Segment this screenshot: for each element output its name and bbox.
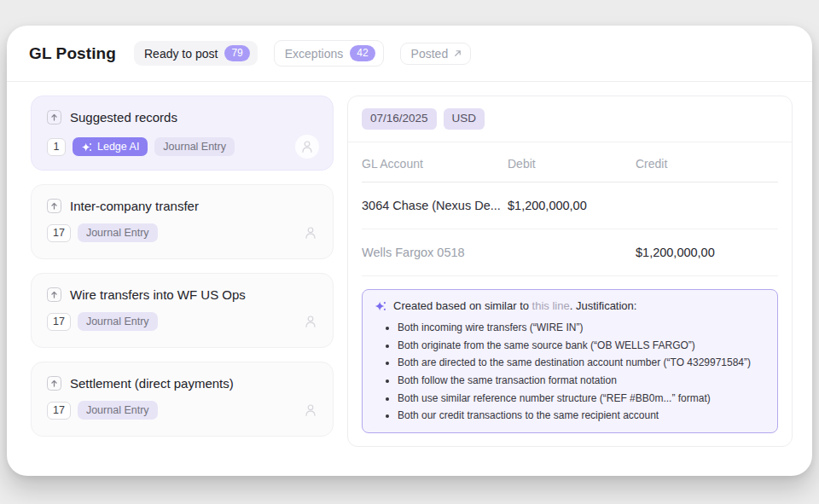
assignee-avatar[interactable]	[295, 135, 319, 159]
journal-entry-chip: Journal Entry	[154, 137, 235, 156]
currency-badge[interactable]: USD	[444, 108, 485, 130]
card-meta-row: 17 Journal Entry	[47, 223, 319, 242]
record-count-badge: 17	[47, 224, 71, 242]
justification-intro-suffix: . Justification:	[570, 299, 637, 312]
post-arrow-icon	[47, 287, 61, 302]
justification-bullet: Both use similar reference number struct…	[398, 392, 765, 406]
justification-bullet: Both are directed to the same destinatio…	[398, 356, 765, 370]
record-card-inter-company-transfer[interactable]: Inter-company transfer 17 Journal Entry	[31, 184, 334, 259]
assignee-avatar[interactable]	[302, 224, 319, 241]
card-title-row: Inter-company transfer	[47, 199, 319, 213]
post-arrow-icon	[47, 376, 61, 391]
post-arrow-icon	[47, 110, 61, 125]
tab-ready-to-post-label: Ready to post	[144, 48, 218, 60]
journal-entry-chip: Journal Entry	[78, 312, 158, 331]
table-header-row: GL Account Debit Credit	[362, 142, 778, 182]
justification-intro: Created based on similar to this line. J…	[393, 299, 636, 313]
similar-line-link[interactable]: this line	[532, 299, 570, 312]
ledge-ai-badge: Ledge AI	[73, 137, 148, 156]
card-title: Suggested records	[70, 110, 177, 125]
debit-cell: $1,200,000,00	[508, 199, 636, 212]
journal-entry-chip: Journal Entry	[78, 223, 158, 242]
card-meta-row: 17 Journal Entry	[47, 312, 319, 331]
tab-bar: Ready to post 79 Exceptions 42 Posted	[134, 40, 471, 67]
app-header: GL Posting Ready to post 79 Exceptions 4…	[7, 26, 812, 82]
gl-account-cell: 3064 Chase (Nexus De...	[362, 199, 502, 212]
card-title-row: Settlement (direct payments)	[47, 376, 319, 391]
column-header-debit: Debit	[508, 157, 636, 171]
record-card-suggested-records[interactable]: Suggested records 1 Ledge AI Journal Ent…	[31, 96, 334, 171]
record-count-badge: 17	[47, 313, 71, 331]
ai-justification-box: Created based on similar to this line. J…	[362, 289, 778, 433]
justification-header: Created based on similar to this line. J…	[375, 299, 765, 316]
post-arrow-icon	[47, 199, 61, 213]
tab-ready-to-post[interactable]: Ready to post 79	[134, 41, 258, 66]
column-header-gl-account: GL Account	[362, 157, 508, 171]
main-content: Suggested records 1 Ledge AI Journal Ent…	[7, 82, 812, 447]
gl-account-cell: Wells Fargox 0518	[362, 246, 502, 259]
date-badge[interactable]: 07/16/2025	[362, 108, 437, 130]
sparkle-icon	[375, 300, 386, 316]
table-row[interactable]: 3064 Chase (Nexus De... $1,200,000,00	[362, 182, 778, 229]
tab-exceptions-label: Exceptions	[285, 48, 343, 60]
record-card-wire-transfers[interactable]: Wire transfers into WF US Ops 17 Journal…	[31, 273, 334, 348]
justification-bullet: Both follow the same transaction format …	[398, 374, 765, 388]
assignee-avatar[interactable]	[302, 313, 319, 330]
exceptions-count-badge: 42	[350, 45, 375, 61]
column-header-credit: Credit	[636, 157, 778, 171]
tab-posted-label: Posted	[411, 48, 449, 60]
card-title: Settlement (direct payments)	[70, 376, 234, 391]
justification-intro-prefix: Created based on similar to	[393, 299, 532, 312]
card-title: Wire transfers into WF US Ops	[70, 287, 246, 302]
credit-cell: $1,200,000,00	[636, 246, 778, 259]
tab-exceptions[interactable]: Exceptions 42	[274, 40, 384, 67]
sparkle-icon	[81, 142, 92, 153]
justification-bullet: Both incoming wire transfers (“WIRE IN”)	[398, 322, 765, 335]
card-title-row: Suggested records	[47, 110, 319, 125]
record-count-badge: 1	[47, 138, 66, 156]
tab-posted[interactable]: Posted	[400, 43, 472, 65]
justification-bullet-list: Both incoming wire transfers (“WIRE IN”)…	[375, 322, 765, 423]
journal-entry-chip: Journal Entry	[78, 401, 158, 420]
gl-entries-table: GL Account Debit Credit 3064 Chase (Nexu…	[348, 142, 792, 276]
assignee-avatar[interactable]	[302, 402, 319, 419]
justification-bullet: Both originate from the same source bank…	[398, 339, 765, 353]
entry-meta-row: 07/16/2025 USD	[348, 96, 792, 142]
record-groups-list: Suggested records 1 Ledge AI Journal Ent…	[31, 96, 334, 447]
card-title-row: Wire transfers into WF US Ops	[47, 287, 319, 302]
external-link-icon	[453, 49, 462, 58]
record-count-badge: 17	[47, 402, 71, 420]
ledge-ai-label: Ledge AI	[97, 140, 139, 154]
card-meta-row: 17 Journal Entry	[47, 401, 319, 420]
ready-to-post-count-badge: 79	[224, 45, 249, 61]
card-meta-row: 1 Ledge AI Journal Entry	[47, 135, 319, 159]
record-card-settlement[interactable]: Settlement (direct payments) 17 Journal …	[31, 362, 334, 437]
justification-bullet: Both our credit transactions to the same…	[398, 409, 765, 423]
card-title: Inter-company transfer	[70, 199, 199, 213]
table-row[interactable]: Wells Fargox 0518 $1,200,000,00	[362, 229, 778, 276]
page-title: GL Posting	[29, 44, 116, 63]
entry-detail-panel: 07/16/2025 USD GL Account Debit Credit 3…	[347, 96, 793, 447]
app-window: GL Posting Ready to post 79 Exceptions 4…	[7, 26, 812, 476]
